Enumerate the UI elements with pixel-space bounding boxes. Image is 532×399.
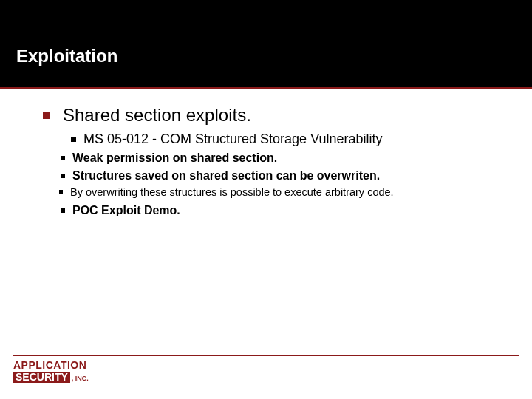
company-logo: APPLICATION SECURITY, INC. <box>13 361 519 383</box>
slide-body: Shared section exploits. MS 05-012 - COM… <box>0 89 532 217</box>
bullet-level2: MS 05-012 - COM Structured Storage Vulne… <box>71 132 502 147</box>
bullet-level4: By overwriting these structures is possi… <box>59 185 502 200</box>
bullet-level3: Structures saved on shared section can b… <box>61 169 502 183</box>
bullet-text: MS 05-012 - COM Structured Storage Vulne… <box>83 132 383 147</box>
bullet-text: POC Exploit Demo. <box>72 204 180 217</box>
logo-line1: APPLICATION <box>13 361 519 370</box>
bullet-level3: POC Exploit Demo. <box>61 204 502 217</box>
logo-line2: SECURITY <box>13 372 70 383</box>
bullet-icon <box>61 156 65 160</box>
bullet-icon <box>61 174 65 178</box>
logo-inc: , INC. <box>72 375 89 382</box>
footer: APPLICATION SECURITY, INC. <box>13 355 519 383</box>
bullet-text: Structures saved on shared section can b… <box>72 169 380 183</box>
header-bar: Exploitation <box>0 0 532 89</box>
bullet-icon <box>71 137 76 142</box>
slide-title: Exploitation <box>16 46 117 66</box>
footer-divider <box>13 355 519 356</box>
bullet-level3: Weak permission on shared section. <box>61 151 502 165</box>
bullet-level1: Shared section exploits. <box>43 105 502 126</box>
bullet-text: Shared section exploits. <box>63 105 251 126</box>
bullet-icon <box>43 112 50 119</box>
bullet-text: Weak permission on shared section. <box>72 151 277 165</box>
bullet-icon <box>59 190 63 194</box>
bullet-text: By overwriting these structures is possi… <box>70 185 394 200</box>
bullet-icon <box>61 208 65 213</box>
